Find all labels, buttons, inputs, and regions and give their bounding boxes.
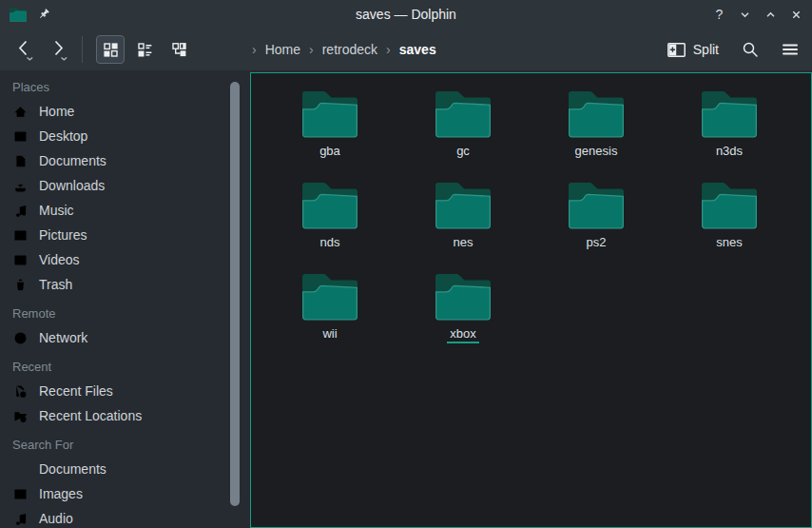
- recent-locations-icon: [12, 408, 29, 424]
- sidebar-item-label: Trash: [39, 277, 72, 292]
- folder-label: nds: [318, 235, 343, 252]
- folder-nes[interactable]: nes: [396, 175, 530, 266]
- sidebar-section-items: Home Desktop Documents Downloads Music P…: [0, 99, 250, 297]
- sidebar-section-header-remote[interactable]: Remote: [0, 297, 250, 325]
- sidebar-item-recent-files[interactable]: Recent Files: [0, 379, 250, 403]
- arrow-forward-icon: [48, 37, 70, 62]
- view-tree-button[interactable]: [164, 35, 193, 64]
- chevron-down-icon: [740, 10, 750, 20]
- breadcrumb-separator-icon: ›: [309, 42, 314, 57]
- sidebar-item-label: Images: [39, 486, 83, 501]
- sidebar-item-documents[interactable]: Documents: [0, 148, 250, 173]
- sidebar-item-label: Home: [39, 104, 74, 119]
- sidebar-sections: Places Home Desktop Documents Downloads …: [0, 70, 250, 528]
- split-button[interactable]: Split: [667, 42, 719, 57]
- breadcrumb-separator-icon: ›: [386, 42, 391, 57]
- pictures-icon: [12, 227, 29, 244]
- sidebar-section: Recent Recent Files Recent Locations: [0, 350, 250, 428]
- document-icon: [12, 153, 29, 169]
- folder-icon: [435, 183, 491, 229]
- view-details-button[interactable]: [130, 35, 159, 64]
- folder-snes[interactable]: snes: [663, 175, 796, 266]
- videos-icon: [12, 252, 29, 268]
- search-icon: [742, 41, 759, 58]
- folder-nds[interactable]: nds: [263, 175, 396, 266]
- dolphin-window: saves — Dolphin ?: [0, 0, 812, 528]
- sidebar-section-header-search-for[interactable]: Search For: [0, 428, 250, 457]
- sidebar-section-header-places[interactable]: Places: [0, 70, 250, 99]
- folder-label: ps2: [584, 235, 609, 252]
- pin-icon[interactable]: [37, 8, 50, 21]
- folder-icon: [302, 183, 358, 229]
- sidebar-item-label: Recent Locations: [39, 408, 142, 423]
- window-title: saves — Dolphin: [0, 7, 812, 22]
- folder-n3ds[interactable]: n3ds: [663, 84, 796, 175]
- sidebar-item-label: Documents: [39, 153, 106, 168]
- sidebar-section: Remote Network: [0, 297, 250, 350]
- sidebar-item-audio[interactable]: Audio: [0, 506, 250, 528]
- sidebar-section: Search For Documents Images Audio: [0, 428, 250, 528]
- sidebar-item-label: Downloads: [39, 178, 105, 193]
- folder-grid: gba gc genesis n3ds nds nes ps2 snes wii…: [263, 84, 811, 358]
- sidebar-item-home[interactable]: Home: [0, 99, 250, 124]
- toolbar: ›Home›retrodeck›saves Split: [0, 29, 812, 70]
- arrow-back-icon: [13, 37, 36, 62]
- sidebar-scrollbar[interactable]: [230, 82, 240, 506]
- sidebar-item-images[interactable]: Images: [0, 481, 250, 506]
- split-button-label: Split: [693, 42, 719, 57]
- folder-gba[interactable]: gba: [263, 84, 396, 175]
- folder-label: xbox: [447, 326, 478, 343]
- sidebar-item-trash[interactable]: Trash: [0, 272, 250, 297]
- back-button[interactable]: [11, 35, 38, 64]
- sidebar-item-music[interactable]: Music: [0, 198, 250, 223]
- sidebar-item-pictures[interactable]: Pictures: [0, 223, 250, 247]
- folder-view[interactable]: gba gc genesis n3ds nds nes ps2 snes wii…: [250, 72, 812, 528]
- menu-button[interactable]: [782, 41, 799, 58]
- sidebar-item-videos[interactable]: Videos: [0, 247, 250, 272]
- toolbar-separator: [82, 36, 83, 63]
- breadcrumb-item-retrodeck[interactable]: retrodeck: [322, 42, 377, 57]
- minimize-button[interactable]: [738, 8, 752, 22]
- folder-label: nes: [451, 235, 476, 252]
- window-folder-icon[interactable]: [10, 8, 27, 22]
- folder-genesis[interactable]: genesis: [530, 84, 663, 175]
- split-view-icon: [667, 43, 686, 57]
- sidebar-item-label: Music: [39, 203, 74, 218]
- folder-label: n3ds: [713, 144, 745, 161]
- breadcrumb-item-home[interactable]: Home: [265, 42, 300, 57]
- downloads-icon: [12, 178, 29, 194]
- home-icon: [12, 104, 29, 120]
- sidebar-item-desktop[interactable]: Desktop: [0, 124, 250, 148]
- breadcrumb-item-saves[interactable]: saves: [399, 42, 436, 57]
- sidebar-item-label: Recent Files: [39, 383, 113, 399]
- breadcrumb: ›Home›retrodeck›saves: [252, 29, 436, 70]
- desktop-icon: [12, 128, 29, 145]
- folder-wii[interactable]: wii: [263, 266, 396, 358]
- content-area: Places Home Desktop Documents Downloads …: [0, 70, 812, 528]
- folder-icon: [302, 91, 358, 138]
- trash-icon: [12, 277, 29, 293]
- sidebar-item-recent-locations[interactable]: Recent Locations: [0, 403, 250, 428]
- titlebar: saves — Dolphin ?: [0, 0, 812, 29]
- icons-view-icon: [103, 42, 119, 58]
- sidebar-item-downloads[interactable]: Downloads: [0, 173, 250, 198]
- music-icon: [12, 511, 29, 527]
- folder-icon: [302, 274, 358, 321]
- search-button[interactable]: [742, 41, 759, 58]
- sidebar-item-network[interactable]: Network: [0, 325, 250, 350]
- sidebar-item-documents[interactable]: Documents: [0, 457, 250, 481]
- sidebar-item-label: Pictures: [39, 227, 87, 243]
- view-icons-button[interactable]: [96, 35, 125, 64]
- sidebar-section-header-recent[interactable]: Recent: [0, 350, 250, 379]
- help-button[interactable]: ?: [712, 8, 726, 22]
- close-button[interactable]: [789, 8, 803, 22]
- folder-gc[interactable]: gc: [396, 84, 530, 175]
- folder-ps2[interactable]: ps2: [530, 175, 663, 266]
- hamburger-menu-icon: [782, 41, 799, 58]
- sidebar-section-items: Network: [0, 325, 250, 350]
- details-view-icon: [137, 42, 153, 58]
- forward-button[interactable]: [46, 35, 72, 64]
- folder-xbox[interactable]: xbox: [396, 266, 530, 358]
- maximize-button[interactable]: [764, 8, 778, 22]
- folder-icon: [569, 91, 624, 138]
